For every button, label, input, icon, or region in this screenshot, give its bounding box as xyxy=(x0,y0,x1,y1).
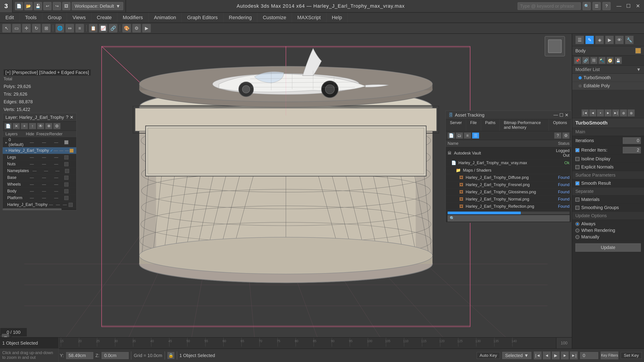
help-btn[interactable]: ? xyxy=(602,2,610,10)
smoothing-groups-checkbox[interactable] xyxy=(576,206,580,210)
pb-play[interactable]: ▶ xyxy=(552,352,560,360)
layer-row-0[interactable]: ▸ 0 (default) — — — xyxy=(3,138,76,147)
render-iters-checkbox[interactable]: ✓ xyxy=(576,148,580,152)
z-coord-input[interactable] xyxy=(102,352,129,359)
layer-color-platform[interactable] xyxy=(64,196,68,200)
render-iters-input[interactable] xyxy=(623,147,641,153)
asset-tb-2[interactable]: 🗂 xyxy=(456,132,463,139)
nav-icon[interactable]: 🧭 xyxy=(606,57,614,64)
autokey-btn[interactable]: Auto Key xyxy=(477,352,500,359)
modifier-list-arrow[interactable]: ▼ xyxy=(636,67,641,72)
stack-nav-7[interactable]: ⊗ xyxy=(628,109,635,117)
select-tool[interactable]: ↖ xyxy=(2,24,11,32)
unlink-icon[interactable]: ⛓ xyxy=(590,57,598,64)
asset-tb-help[interactable]: ? xyxy=(554,132,562,139)
update-manually-radio[interactable] xyxy=(576,235,580,239)
motion-icon[interactable]: ▶ xyxy=(605,36,614,44)
frame-input[interactable] xyxy=(580,352,598,359)
asset-menu-paths[interactable]: Paths xyxy=(481,119,500,131)
layer-row-legs[interactable]: Legs — — — xyxy=(3,154,76,161)
smooth-result-checkbox[interactable]: ✓ xyxy=(576,181,580,185)
materials-checkbox[interactable] xyxy=(576,198,580,202)
asset-row-fresnel[interactable]: 🖼 Harley_J_Earl_Trophy_Fresnel.png Found xyxy=(446,181,571,189)
update-when-rendering-item[interactable]: When Rendering xyxy=(576,228,641,233)
layer-panel-scrollbar[interactable] xyxy=(3,208,76,210)
update-manually-item[interactable]: Manually xyxy=(576,234,641,240)
schematic-view[interactable]: 🔗 xyxy=(109,24,118,32)
layer-add-btn[interactable]: + xyxy=(21,123,28,129)
layer-row-harleytrophy2[interactable]: Harley_J_Earl_Trophy — — — xyxy=(3,201,76,208)
asset-tb-1[interactable]: 📄 xyxy=(448,132,455,139)
redo-btn[interactable]: ↪ xyxy=(53,2,61,10)
rotate-tool[interactable]: ↻ xyxy=(32,24,41,32)
layer-panel-help[interactable]: ? xyxy=(66,115,68,120)
search-options-btn[interactable]: ☰ xyxy=(592,2,601,10)
asset-panel-restore[interactable]: ☐ xyxy=(559,112,564,118)
layer-row-1[interactable]: ▾ Harley_J_Earl_Trophy ✓ — — — xyxy=(3,147,76,154)
menu-animation[interactable]: Animation xyxy=(148,13,182,22)
asset-row-normal[interactable]: 🖼 Harley_J_Earl_Trophy_Normal.png Found xyxy=(446,196,571,203)
save-btn[interactable]: 💾 xyxy=(34,2,42,10)
explicit-normals-checkbox[interactable] xyxy=(576,165,580,169)
asset-search-bar[interactable]: 🔍 xyxy=(448,215,570,222)
asset-tb-3[interactable]: ≡ xyxy=(464,132,471,139)
asset-row-maps[interactable]: 📁 Maps / Shaders xyxy=(446,167,571,174)
material-editor[interactable]: 🎨 xyxy=(122,24,131,32)
stack-nav-5[interactable]: ►| xyxy=(612,109,620,117)
layer-row-base[interactable]: Base — — — xyxy=(3,174,76,181)
layer-new-btn[interactable]: 📄 xyxy=(4,123,12,129)
isoline-checkbox[interactable] xyxy=(576,157,580,161)
asset-panel-close[interactable]: ✕ xyxy=(565,112,568,118)
update-always-radio[interactable] xyxy=(576,222,580,226)
asset-row-file[interactable]: 📄 Harley_J_Earl_Trophy_max_vray.max Ok xyxy=(446,159,571,167)
asset-menu-server[interactable]: Server xyxy=(446,119,466,131)
pb-goto-start[interactable]: |◄ xyxy=(534,352,542,360)
modifier-turbosmoothitem[interactable]: TurboSmooth xyxy=(572,74,644,82)
stack-nav-3[interactable]: ▪ xyxy=(597,109,604,117)
modify-icon[interactable]: ✎ xyxy=(585,36,594,44)
asset-tb-settings[interactable]: ⚙ xyxy=(562,132,570,139)
layer-row-wheels[interactable]: Wheels — — — xyxy=(3,181,76,188)
scale-tool[interactable]: ⊞ xyxy=(42,24,50,32)
menu-rendering[interactable]: Rendering xyxy=(224,13,258,22)
create-icon[interactable]: ☰ xyxy=(576,36,584,44)
menu-customize[interactable]: Customize xyxy=(257,13,292,22)
stack-nav-4[interactable]: ► xyxy=(604,109,612,117)
asset-menu-file[interactable]: File xyxy=(466,119,481,131)
menu-modifiers[interactable]: Modifiers xyxy=(118,13,148,22)
menu-help[interactable]: Help xyxy=(326,13,348,22)
layer-color-legs[interactable] xyxy=(64,155,68,159)
search-btn[interactable]: 🔍 xyxy=(582,2,591,10)
timeline-track[interactable]: 5 10 15 20 25 30 35 40 45 50 55 60 65 70… xyxy=(7,338,556,349)
menu-graph-editors[interactable]: Graph Editors xyxy=(182,13,224,22)
save-icon[interactable]: 💾 xyxy=(615,57,622,64)
object-color-swatch[interactable] xyxy=(636,48,641,53)
asset-tb-4[interactable]: ☰ xyxy=(472,132,479,139)
layer-color-body[interactable] xyxy=(64,189,68,193)
hierarchy-icon[interactable]: ◈ xyxy=(595,36,604,44)
pin-icon[interactable]: 📌 xyxy=(574,57,581,64)
layer-manager[interactable]: 📋 xyxy=(89,24,98,32)
layer-delete-btn[interactable]: ✕ xyxy=(13,123,20,129)
update-when-rendering-radio[interactable] xyxy=(576,229,580,233)
asset-row-diffuse[interactable]: 🖼 Harley_J_Earl_Trophy_Diffuse.png Found xyxy=(446,174,571,181)
layer-panel-close[interactable]: ✕ xyxy=(70,115,74,120)
layer-color-1[interactable] xyxy=(70,149,74,153)
nav-cube[interactable] xyxy=(545,36,565,56)
render-setup-btn[interactable]: 🖼 xyxy=(62,2,70,10)
workspace-dropdown[interactable]: Workspace: Default ▼ xyxy=(72,2,123,10)
display-icon[interactable]: 👁 xyxy=(615,36,624,44)
menu-create[interactable]: Create xyxy=(92,13,118,22)
layer-color-wheels[interactable] xyxy=(64,182,68,187)
minimize-btn[interactable]: — xyxy=(615,2,623,10)
utilities-icon[interactable]: 🔧 xyxy=(625,36,634,44)
layer-panel-scrollthumb[interactable] xyxy=(3,208,62,210)
update-button[interactable]: Update xyxy=(576,243,641,252)
link-icon[interactable]: 🔗 xyxy=(582,57,589,64)
asset-menu-bitmap[interactable]: Bitmap Performance and Memory xyxy=(500,119,549,131)
selected-mode-dropdown[interactable]: Selected ▼ xyxy=(502,352,532,359)
menu-views[interactable]: Views xyxy=(67,13,91,22)
lock-btn[interactable]: 🔒 xyxy=(167,352,174,359)
align-tool[interactable]: ≡ xyxy=(76,24,84,32)
reference-coord[interactable]: 🌐 xyxy=(56,24,64,32)
